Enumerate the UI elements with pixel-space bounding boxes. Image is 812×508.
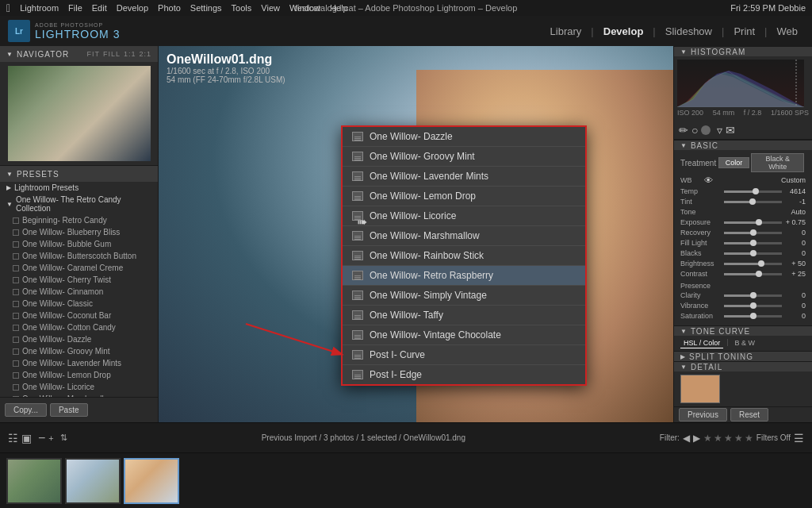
presets-header[interactable]: ▼ Presets (0, 166, 158, 182)
navigator-preview[interactable] (8, 66, 151, 161)
preset-item[interactable]: Beginning- Retro Candy (0, 214, 158, 226)
preset-item[interactable]: One Willow- Caramel Creme (0, 262, 158, 274)
menu-file[interactable]: File (68, 3, 82, 13)
temp-track[interactable] (724, 190, 782, 193)
preset-item[interactable]: One Willow- Licorice (0, 381, 158, 393)
clarity-thumb[interactable] (750, 292, 756, 298)
filmstrip-thumb-1[interactable] (6, 458, 62, 504)
star-4[interactable]: ★ (734, 433, 743, 444)
preset-group-one-willow[interactable]: ▼ One Willow- The Retro Candy Collection (0, 194, 158, 214)
grid-view-btn[interactable]: ☷ (8, 432, 18, 444)
preset-item[interactable]: One Willow- Butterscotch Button (0, 250, 158, 262)
dropdown-item-retro-raspberry[interactable]: One Willow- Retro Raspberry (343, 266, 585, 286)
nav-slideshow[interactable]: Slideshow (659, 22, 718, 40)
recovery-thumb[interactable] (750, 229, 756, 236)
fill-track[interactable] (724, 242, 782, 244)
bw-tab[interactable]: B & W (732, 338, 759, 348)
1-1-btn[interactable]: 1:1 (124, 50, 136, 58)
flag-next[interactable]: ▶ (693, 433, 700, 444)
star-3[interactable]: ★ (724, 433, 733, 444)
preset-item[interactable]: One Willow- Groovy Mint (0, 345, 158, 357)
nav-print[interactable]: Print (727, 22, 761, 40)
dropdown-item-groovy-mint[interactable]: One Willow- Groovy Mint (343, 147, 585, 167)
vibrance-thumb[interactable] (750, 302, 756, 309)
fill-thumb[interactable] (750, 240, 756, 246)
menu-develop[interactable]: Develop (117, 3, 148, 13)
wb-eyedropper[interactable]: 👁 (704, 175, 713, 185)
hsl-tab[interactable]: HSL / Color (680, 338, 723, 348)
nav-develop[interactable]: Develop (597, 22, 650, 40)
preset-item[interactable]: One Willow- Cotton Candy (0, 321, 158, 333)
sort-btn[interactable]: ⇅ (60, 433, 67, 443)
brightness-thumb[interactable] (758, 260, 764, 267)
flag-prev[interactable]: ◀ (683, 433, 690, 444)
preset-item[interactable]: One Willow- Lemon Drop (0, 369, 158, 381)
menu-settings[interactable]: Settings (190, 3, 222, 13)
dropdown-item-post-curve[interactable]: Post I- Curve (343, 345, 585, 365)
menu-view[interactable]: View (261, 3, 280, 13)
paste-button[interactable]: Paste (50, 403, 88, 417)
tint-thumb[interactable] (749, 198, 756, 205)
zoom-out-btn[interactable]: − (38, 431, 45, 445)
basic-header[interactable]: ▼ Basic (674, 140, 812, 150)
filmstrip-thumb-2[interactable] (65, 458, 121, 504)
preset-item[interactable]: One Willow- Cinnamon (0, 286, 158, 298)
brightness-track[interactable] (724, 263, 782, 265)
histogram-header[interactable]: ▼ Histogram (674, 46, 812, 56)
tone-curve-header[interactable]: ▼ Tone Curve (674, 325, 812, 336)
clarity-track[interactable] (724, 294, 782, 297)
menu-tools[interactable]: Tools (232, 3, 252, 13)
preset-item[interactable]: One Willow- Blueberry Bliss (0, 226, 158, 238)
vibrance-track[interactable] (724, 305, 782, 307)
detail-header[interactable]: ▼ Detail (674, 361, 812, 371)
fit-btn[interactable]: FIT (86, 50, 100, 58)
reset-button[interactable]: Reset (730, 408, 768, 421)
spot-tool[interactable]: ○ (691, 124, 698, 137)
navigator-header[interactable]: ▼ Navigator FIT FILL 1:1 2:1 (0, 46, 158, 62)
preset-item[interactable]: One Willow- Classic (0, 298, 158, 310)
blacks-thumb[interactable] (750, 250, 756, 256)
exposure-track[interactable] (724, 221, 782, 224)
dropdown-item-marshmallow[interactable]: One Willow- Marshmallow (343, 226, 585, 246)
dropdown-item-vintage-choc[interactable]: One Willow- Vintage Chocolate (343, 325, 585, 345)
brush-tool[interactable]: ✉ (726, 124, 735, 137)
contrast-thumb[interactable] (756, 271, 762, 277)
red-eye-tool[interactable] (701, 125, 710, 135)
star-1[interactable]: ★ (703, 433, 712, 444)
star-5[interactable]: ★ (745, 433, 753, 444)
preset-item[interactable]: One Willow- Cherry Twist (0, 274, 158, 286)
filter-toggle[interactable]: ☰ (794, 432, 804, 444)
contrast-track[interactable] (724, 273, 782, 275)
fill-btn[interactable]: FILL (103, 50, 121, 58)
dropdown-item-post-edge[interactable]: Post I- Edge (343, 365, 585, 384)
menu-edit[interactable]: Edit (92, 3, 107, 13)
preset-dropdown[interactable]: One Willow- Dazzle One Willow- Groovy Mi… (341, 125, 587, 386)
previous-button[interactable]: Previous (679, 408, 727, 421)
nav-web[interactable]: Web (771, 22, 805, 40)
dropdown-item-taffy[interactable]: One Willow- Taffy (343, 306, 585, 325)
color-btn[interactable]: Color (718, 157, 750, 168)
crop-tool[interactable]: ✏ (679, 124, 688, 137)
exposure-thumb[interactable] (756, 219, 762, 225)
menu-photo[interactable]: Photo (158, 3, 181, 13)
dropdown-item-simply-vintage[interactable]: One Willow- Simply Vintage (343, 286, 585, 306)
split-toning-header[interactable]: ▶ Split Toning (674, 351, 812, 361)
temp-thumb[interactable] (753, 188, 759, 194)
zoom-in-btn[interactable]: + (48, 433, 53, 443)
filmstrip-thumb-3[interactable] (124, 458, 179, 504)
preset-group-lightroom[interactable]: ▶ Lightroom Presets (0, 182, 158, 194)
grad-tool[interactable]: ▿ (717, 124, 722, 137)
preset-item[interactable]: One Willow- Dazzle (0, 333, 158, 345)
tint-track[interactable] (724, 201, 782, 203)
dropdown-item-rainbow-stick[interactable]: One Willow- Rainbow Stick (343, 246, 585, 266)
saturation-thumb[interactable] (750, 313, 756, 319)
loupe-view-btn[interactable]: ▣ (21, 432, 32, 444)
bw-btn[interactable]: Black & White (751, 153, 804, 172)
star-2[interactable]: ★ (714, 433, 722, 444)
dropdown-item-lemon-drop[interactable]: One Willow- Lemon Drop (343, 187, 585, 206)
nav-library[interactable]: Library (544, 22, 588, 40)
preset-item[interactable]: One Willow- Lavender Mints (0, 357, 158, 369)
dropdown-item-lavender[interactable]: One Willow- Lavender Mints (343, 167, 585, 187)
copy-button[interactable]: Copy... (5, 403, 47, 417)
filter-stars[interactable]: ★ ★ ★ ★ ★ (703, 433, 753, 444)
